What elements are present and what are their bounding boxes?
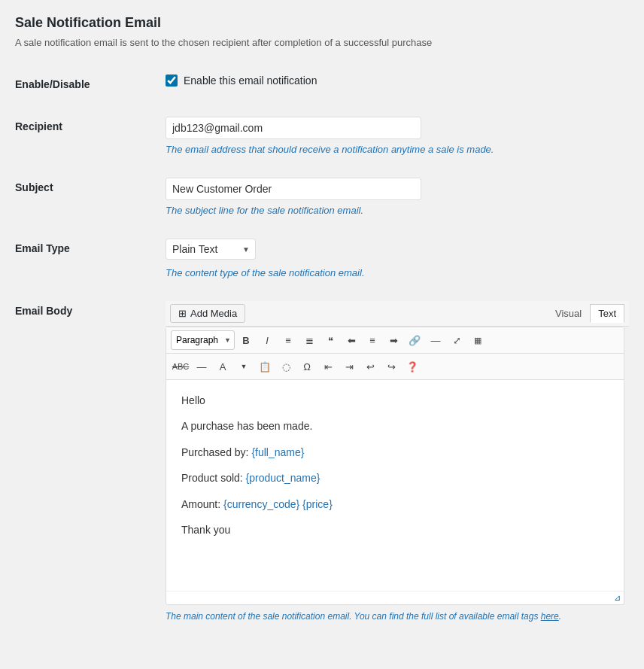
purchased-by-text: Purchased by: <box>181 446 251 458</box>
body-amount: Amount: {currency_code} {price} <box>181 496 609 512</box>
email-type-select[interactable]: HTML Plain Text Multipart <box>166 239 256 260</box>
special-char-button[interactable]: Ω <box>297 357 317 376</box>
toolbar-row-1: Paragraph Heading 1 Heading 2 ▼ B I ≡ ≣ … <box>166 327 624 354</box>
clear-format-button[interactable]: ◌ <box>276 357 296 376</box>
form-table: Enable/Disable Enable this email notific… <box>15 63 629 633</box>
font-color-arrow[interactable]: ▼ <box>234 357 254 376</box>
subject-description: The subject line for the sale notificati… <box>166 205 629 216</box>
enable-checkbox-label[interactable]: Enable this email notification <box>166 75 629 87</box>
body-hello: Hello <box>181 392 609 409</box>
email-body-field: ⊞ Add Media Visual Text <box>166 290 629 633</box>
horizontal-rule-button[interactable]: — <box>426 330 445 350</box>
subject-input[interactable] <box>166 178 421 200</box>
page-description: A sale notification email is sent to the… <box>15 37 629 48</box>
align-left-button[interactable]: ⬅ <box>342 330 361 350</box>
amount-text: Amount: <box>181 498 223 510</box>
product-sold-text: Product sold: <box>181 472 246 484</box>
email-type-description: The content type of the sale notificatio… <box>166 267 629 278</box>
font-color-button[interactable]: A <box>213 357 232 376</box>
editor-tabs: Visual Text <box>547 304 624 323</box>
footer-note-link[interactable]: here <box>541 611 559 622</box>
email-type-row: Email Type HTML Plain Text Multipart ▼ T… <box>15 227 629 290</box>
body-product-sold: Product sold: {product_name} <box>181 470 609 486</box>
recipient-description: The email address that should receive a … <box>166 144 629 155</box>
indent-button[interactable]: ⇥ <box>339 357 359 376</box>
subject-field: The subject line for the sale notificati… <box>166 166 629 227</box>
editor-topbar: ⊞ Add Media Visual Text <box>166 301 629 327</box>
redo-button[interactable]: ↪ <box>381 357 401 376</box>
email-type-field: HTML Plain Text Multipart ▼ The content … <box>166 227 629 290</box>
subject-row: Subject The subject line for the sale no… <box>15 166 629 227</box>
unordered-list-button[interactable]: ≡ <box>278 330 298 350</box>
tab-visual[interactable]: Visual <box>547 304 590 323</box>
toggle-toolbar-button[interactable]: ▦ <box>468 330 488 350</box>
paragraph-select[interactable]: Paragraph Heading 1 Heading 2 <box>171 330 235 350</box>
enable-checkbox[interactable] <box>166 75 178 87</box>
resize-icon: ⊿ <box>614 593 621 602</box>
fullscreen-button[interactable]: ⤢ <box>447 330 466 350</box>
body-purchased-by: Purchased by: {full_name} <box>181 444 609 461</box>
recipient-label: Recipient <box>15 105 166 166</box>
paste-as-text-button[interactable]: 📋 <box>255 357 275 376</box>
hr-button[interactable]: — <box>192 357 211 376</box>
editor-footer-note: The main content of the sale notificatio… <box>166 605 624 622</box>
enable-checkbox-text: Enable this email notification <box>184 75 317 87</box>
page-container: Sale Notification Email A sale notificat… <box>15 15 629 633</box>
italic-button[interactable]: I <box>257 330 277 350</box>
tab-text[interactable]: Text <box>590 304 624 323</box>
undo-button[interactable]: ↩ <box>360 357 380 376</box>
help-button[interactable]: ❓ <box>402 357 422 376</box>
editor-body[interactable]: Hello A purchase has been made. Purchase… <box>166 380 624 591</box>
currency-code-var: {currency_code} <box>223 498 299 510</box>
subject-label: Subject <box>15 166 166 227</box>
toolbar-row-2: ABC — A ▼ 📋 ◌ Ω ⇤ ⇥ ↩ ↪ ❓ <box>166 354 624 380</box>
align-right-button[interactable]: ➡ <box>384 330 403 350</box>
page-title: Sale Notification Email <box>15 15 629 31</box>
email-type-select-wrapper: HTML Plain Text Multipart ▼ <box>166 239 256 260</box>
blockquote-button[interactable]: ❝ <box>320 330 340 350</box>
enable-disable-label: Enable/Disable <box>15 63 166 105</box>
recipient-row: Recipient The email address that should … <box>15 105 629 166</box>
paragraph-select-wrap: Paragraph Heading 1 Heading 2 ▼ <box>171 330 235 350</box>
body-purchase-made: A purchase has been made. <box>181 418 609 434</box>
editor-resize-handle[interactable]: ⊿ <box>166 591 624 604</box>
full-name-var: {full_name} <box>251 446 304 458</box>
email-body-label: Email Body <box>15 290 166 633</box>
email-type-label: Email Type <box>15 227 166 290</box>
recipient-input[interactable] <box>166 117 421 139</box>
align-center-button[interactable]: ≡ <box>363 330 382 350</box>
product-name-var: {product_name} <box>246 472 320 484</box>
enable-disable-field: Enable this email notification <box>166 63 629 105</box>
strikethrough-button[interactable]: ABC <box>171 357 190 376</box>
editor-container: Paragraph Heading 1 Heading 2 ▼ B I ≡ ≣ … <box>166 327 624 605</box>
link-button[interactable]: 🔗 <box>405 330 424 350</box>
email-body-row: Email Body ⊞ Add Media Visual Text <box>15 290 629 633</box>
add-media-icon: ⊞ <box>178 308 187 319</box>
bold-button[interactable]: B <box>236 330 256 350</box>
enable-disable-row: Enable/Disable Enable this email notific… <box>15 63 629 105</box>
add-media-label: Add Media <box>190 308 237 319</box>
body-thank-you: Thank you <box>181 522 609 538</box>
add-media-button[interactable]: ⊞ Add Media <box>170 304 245 323</box>
ordered-list-button[interactable]: ≣ <box>299 330 319 350</box>
footer-note-text: The main content of the sale notificatio… <box>166 611 541 622</box>
footer-note-period: . <box>559 611 561 622</box>
price-var: {price} <box>302 498 333 510</box>
outdent-button[interactable]: ⇤ <box>318 357 338 376</box>
recipient-field: The email address that should receive a … <box>166 105 629 166</box>
